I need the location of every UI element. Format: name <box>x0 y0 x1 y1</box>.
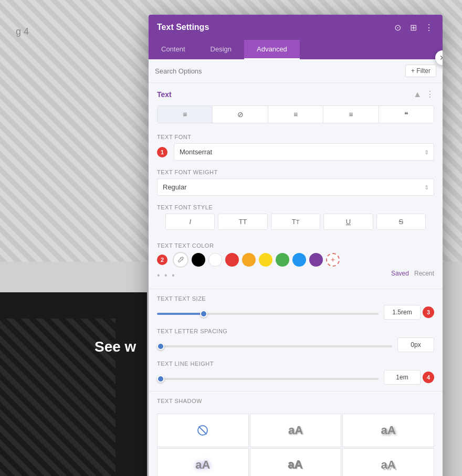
divider-2 <box>149 391 443 392</box>
align-center-button[interactable]: ≡ <box>268 106 323 123</box>
text-font-weight-field: Text Font Weight Regular <box>149 165 443 200</box>
tab-advanced[interactable]: Advanced <box>244 40 300 59</box>
text-letter-spacing-label: Text Letter Spacing <box>157 328 434 334</box>
color-orange[interactable] <box>242 253 256 267</box>
italic-button[interactable]: I <box>165 214 215 230</box>
section-more-icon[interactable]: ⋮ <box>426 89 434 99</box>
shadow-style-4-button[interactable]: aA <box>250 448 342 476</box>
step-3-badge: 3 <box>423 306 434 318</box>
align-none-button[interactable]: ⊘ <box>213 106 268 123</box>
align-quote-button[interactable]: ❝ <box>379 106 434 123</box>
text-color-label: Text Text Color <box>157 242 434 249</box>
step-2-badge: 2 <box>157 255 167 265</box>
color-white[interactable] <box>208 253 222 267</box>
align-right-button[interactable]: ≡ <box>323 106 379 123</box>
svg-line-3 <box>199 427 207 435</box>
shadow-preview-3: aA <box>195 458 210 472</box>
text-letter-spacing-section: Text Letter Spacing <box>149 324 443 356</box>
alignment-buttons: ≡ ⊘ ≡ ≡ ❝ <box>157 105 434 123</box>
shadow-grid: aA aA aA aA aA <box>157 414 434 476</box>
color-yellow[interactable] <box>259 253 272 267</box>
uppercase-button[interactable]: TT <box>218 214 267 230</box>
text-font-weight-select[interactable]: Regular <box>157 178 434 196</box>
text-settings-modal: ✕ Text Settings ⊙ ⊞ ⋮ Content Design Adv… <box>149 15 443 476</box>
underline-button[interactable]: U <box>323 214 373 230</box>
columns-icon[interactable]: ⊞ <box>408 22 418 33</box>
more-icon[interactable]: ⋮ <box>424 22 434 33</box>
color-green[interactable] <box>276 253 289 267</box>
text-size-label: Text Text Size <box>157 295 434 302</box>
saved-colors-tab[interactable]: Saved <box>391 270 409 277</box>
color-picker-button[interactable] <box>173 252 188 268</box>
text-size-row: 3 <box>157 305 434 320</box>
color-black[interactable] <box>192 253 205 267</box>
text-line-height-label: Text Line Height <box>157 361 434 367</box>
text-size-slider[interactable] <box>157 313 379 315</box>
more-colors-dots[interactable]: • • • <box>157 271 176 280</box>
search-bar: + Filter <box>149 59 443 83</box>
header-icons: ⊙ ⊞ ⋮ <box>392 22 434 33</box>
section-header: Text ▲ ⋮ <box>149 83 443 103</box>
letter-spacing-row <box>157 337 434 352</box>
text-font-field: Text Font 1 Montserrat <box>149 130 443 165</box>
bg-see-text: See w <box>94 339 136 355</box>
focus-icon[interactable]: ⊙ <box>392 22 403 33</box>
letter-spacing-slider-container <box>157 340 392 350</box>
color-tabs: Saved Recent <box>391 270 434 281</box>
filter-button[interactable]: + Filter <box>405 65 436 77</box>
text-line-height-section: Text Line Height 4 <box>149 356 443 389</box>
modal-title: Text Settings <box>157 23 209 32</box>
text-font-label: Text Font <box>157 134 434 140</box>
bg-label: g 4 <box>16 26 29 37</box>
shadow-style-3-button[interactable]: aA <box>157 448 249 476</box>
text-font-style-field: Text Font Style I TT TT U S <box>149 200 443 238</box>
step-1-badge: 1 <box>157 147 167 157</box>
color-custom[interactable] <box>326 253 340 267</box>
shadow-style-1-button[interactable]: aA <box>250 414 342 447</box>
step-4-badge: 4 <box>423 372 434 383</box>
letter-spacing-slider[interactable] <box>157 345 392 347</box>
collapse-icon[interactable]: ▲ <box>413 90 422 99</box>
section-actions: ▲ ⋮ <box>413 89 434 99</box>
tab-design[interactable]: Design <box>198 40 244 59</box>
shadow-style-5-button[interactable]: aA <box>342 448 434 476</box>
recent-colors-tab[interactable]: Recent <box>414 270 434 277</box>
modal-body: Text ▲ ⋮ ≡ ⊘ ≡ ≡ ❝ Text Font 1 Montserra… <box>149 83 443 476</box>
shadow-preview-5: aA <box>381 458 396 472</box>
text-font-style-label: Text Font Style <box>157 204 434 210</box>
capitalize-button[interactable]: TT <box>271 214 320 230</box>
tab-content[interactable]: Content <box>149 40 198 59</box>
text-font-select[interactable]: Montserrat <box>174 143 434 161</box>
section-title: Text <box>157 90 172 99</box>
text-size-section: Text Text Size 3 <box>149 291 443 324</box>
shadow-none-button[interactable] <box>157 414 249 447</box>
letter-spacing-input-wrap <box>397 337 434 352</box>
shadow-preview-2: aA <box>381 424 396 437</box>
search-input[interactable] <box>155 67 405 75</box>
color-row: 2 <box>157 252 434 268</box>
text-size-input[interactable] <box>384 305 421 320</box>
text-size-input-wrap: 3 <box>384 305 434 320</box>
line-height-input-wrap: 4 <box>384 370 434 385</box>
shadow-style-2-button[interactable]: aA <box>342 414 434 447</box>
line-height-slider[interactable] <box>157 378 379 380</box>
divider-1 <box>149 289 443 289</box>
shadow-preview-4: aA <box>288 458 303 472</box>
modal-header: Text Settings ⊙ ⊞ ⋮ <box>149 15 443 40</box>
line-height-input[interactable] <box>384 370 421 385</box>
align-left-button[interactable]: ≡ <box>158 106 213 123</box>
style-buttons: I TT TT U S <box>165 214 426 230</box>
color-red[interactable] <box>225 253 239 267</box>
letter-spacing-input[interactable] <box>397 337 434 352</box>
line-height-slider-container <box>157 373 379 382</box>
text-size-slider-container <box>157 308 379 317</box>
line-height-row: 4 <box>157 370 434 385</box>
modal-tabs: Content Design Advanced <box>149 40 443 59</box>
text-color-section: Text Text Color 2 <box>149 238 443 287</box>
strikethrough-button[interactable]: S <box>376 214 426 230</box>
text-shadow-label: Text Shadow <box>157 398 434 404</box>
color-blue[interactable] <box>292 253 306 267</box>
color-purple[interactable] <box>309 253 323 267</box>
text-font-weight-label: Text Font Weight <box>157 169 434 175</box>
shadow-preview-1: aA <box>288 424 303 437</box>
